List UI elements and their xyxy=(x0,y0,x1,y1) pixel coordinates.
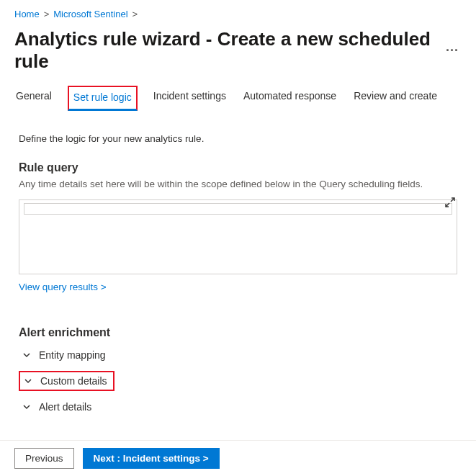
query-editor[interactable] xyxy=(19,199,457,274)
accordion-custom-details[interactable]: Custom details xyxy=(19,371,114,391)
breadcrumb-sentinel[interactable]: Microsoft Sentinel xyxy=(53,9,127,19)
chevron-down-icon xyxy=(22,402,32,412)
chevron-down-icon xyxy=(23,376,33,386)
chevron-down-icon xyxy=(22,350,32,360)
accordion-label: Alert details xyxy=(39,401,91,413)
intro-text: Define the logic for your new analytics … xyxy=(19,133,457,144)
rule-query-desc: Any time details set here will be within… xyxy=(19,179,457,189)
expand-icon[interactable] xyxy=(444,197,456,208)
tab-automated-response[interactable]: Automated response xyxy=(242,86,338,110)
alert-enrichment-heading: Alert enrichment xyxy=(19,326,457,339)
wizard-tabs: General Set rule logic Incident settings… xyxy=(14,86,462,110)
tab-set-rule-logic[interactable]: Set rule logic xyxy=(68,86,138,111)
accordion-label: Entity mapping xyxy=(39,349,106,361)
wizard-footer: Previous Next : Incident settings > xyxy=(0,440,476,476)
chevron-right-icon: > xyxy=(133,9,138,19)
query-editor-line[interactable] xyxy=(24,203,452,215)
accordion-label: Custom details xyxy=(40,375,107,387)
rule-query-heading: Rule query xyxy=(19,161,457,174)
accordion-alert-details[interactable]: Alert details xyxy=(19,398,97,416)
previous-button[interactable]: Previous xyxy=(14,448,74,469)
chevron-right-icon: > xyxy=(44,9,50,19)
next-button[interactable]: Next : Incident settings > xyxy=(83,448,220,469)
tab-incident-settings[interactable]: Incident settings xyxy=(152,86,228,110)
tab-review-create[interactable]: Review and create xyxy=(352,86,439,110)
page-title: Analytics rule wizard - Create a new sch… xyxy=(14,28,462,73)
breadcrumb-home[interactable]: Home xyxy=(14,9,40,19)
tab-general[interactable]: General xyxy=(14,86,53,110)
breadcrumb: Home > Microsoft Sentinel > xyxy=(14,7,462,24)
accordion-entity-mapping[interactable]: Entity mapping xyxy=(19,346,112,364)
more-actions-button[interactable]: ··· xyxy=(443,43,462,58)
svg-line-1 xyxy=(451,198,454,202)
page-title-text: Analytics rule wizard - Create a new sch… xyxy=(14,28,443,73)
svg-line-0 xyxy=(446,203,449,207)
view-query-results-link[interactable]: View query results > xyxy=(19,282,107,292)
